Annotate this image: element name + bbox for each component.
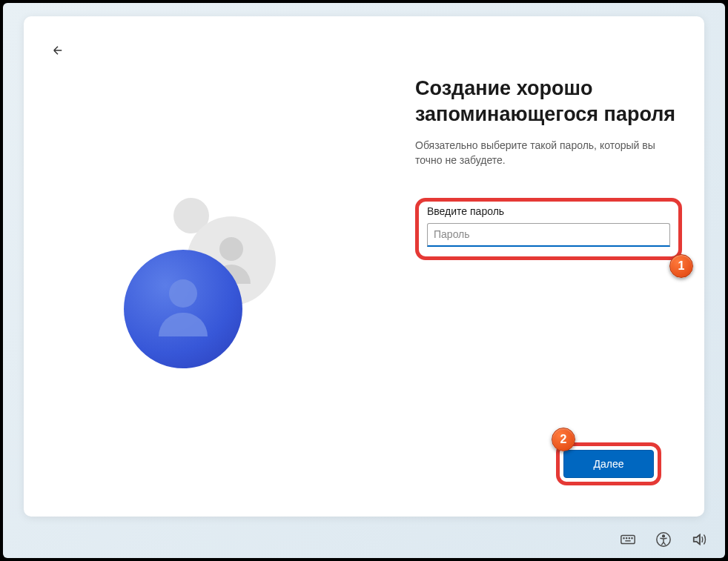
volume-icon xyxy=(691,531,707,548)
content-area: Создание хорошо запоминающегося пароля О… xyxy=(24,16,704,517)
svg-point-3 xyxy=(629,538,629,539)
svg-rect-0 xyxy=(621,536,635,544)
annotation-badge-2: 2 xyxy=(552,428,575,451)
avatar-body-icon xyxy=(159,313,208,336)
accessibility-button[interactable] xyxy=(654,530,673,549)
form-panel: Создание хорошо запоминающегося пароля О… xyxy=(415,76,682,260)
svg-point-2 xyxy=(626,538,627,539)
next-button[interactable]: Далее xyxy=(563,450,654,478)
password-input[interactable] xyxy=(427,223,670,247)
avatar-head-icon xyxy=(219,237,243,261)
setup-card: Создание хорошо запоминающегося пароля О… xyxy=(24,16,704,517)
keyboard-button[interactable] xyxy=(618,530,638,549)
svg-point-7 xyxy=(663,535,665,537)
desktop-background: Создание хорошо запоминающегося пароля О… xyxy=(3,3,725,558)
user-graphic xyxy=(124,198,287,376)
annotation-badge-1: 1 xyxy=(669,254,693,278)
volume-button[interactable] xyxy=(689,530,709,549)
svg-point-1 xyxy=(623,538,624,539)
password-input-group: Введите пароль 1 xyxy=(415,198,682,260)
next-button-wrap: Далее 2 xyxy=(556,442,661,485)
avatar-head-icon xyxy=(169,279,197,308)
svg-point-4 xyxy=(632,538,632,539)
password-label: Введите пароль xyxy=(427,205,670,217)
page-subtitle: Обязательно выберите такой пароль, котор… xyxy=(415,138,682,168)
keyboard-icon xyxy=(620,531,636,548)
primary-user-avatar xyxy=(124,250,242,368)
taskbar-tray xyxy=(618,530,709,549)
accessibility-icon xyxy=(655,531,672,548)
page-title: Создание хорошо запоминающегося пароля xyxy=(415,76,682,127)
